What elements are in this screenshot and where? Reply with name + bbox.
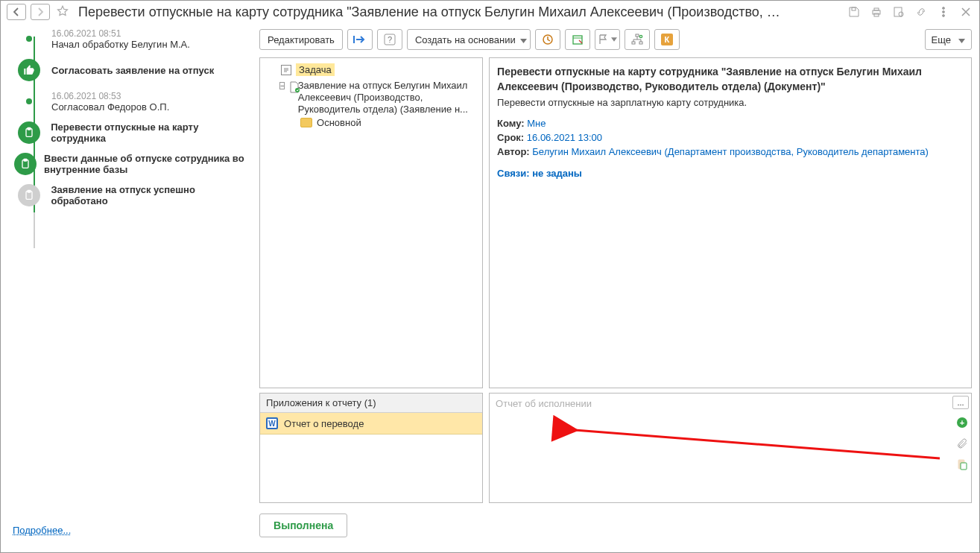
timeline-step: Согласовать заявление на отпуск: [14, 57, 252, 83]
svg-rect-25: [961, 463, 967, 470]
report-options-button[interactable]: ...: [952, 396, 969, 409]
close-icon[interactable]: [960, 6, 972, 18]
tree-root[interactable]: Задача: [263, 61, 479, 78]
deadline-value[interactable]: 16.06.2021 13:00: [527, 132, 602, 143]
tree-root-label: Задача: [296, 63, 335, 76]
attachments-header: Приложения к отчету (1): [260, 394, 482, 413]
to-label: Кому:: [497, 118, 525, 129]
detail-title: Перевести отпускные на карту сотрудника …: [497, 64, 964, 95]
print-icon[interactable]: [870, 6, 882, 18]
timeline-timestamp: 16.06.2021 08:51: [51, 28, 190, 39]
flag-button[interactable]: [595, 29, 620, 50]
timeline-step: 16.06.2021 08:53Согласовал Федоров О.П.: [14, 89, 252, 114]
report-pane[interactable]: Отчет об исполнении ... +: [489, 393, 972, 503]
svg-point-5: [899, 12, 903, 16]
process-timeline: 16.06.2021 08:51Начал обработку Белугин …: [8, 26, 252, 214]
page-title: Перевести отпускные на карту сотрудника …: [75, 4, 844, 20]
timeline-step: 16.06.2021 08:51Начал обработку Белугин …: [14, 26, 252, 51]
preview-icon[interactable]: [893, 6, 905, 18]
timeline-step-label: Согласовать заявление на отпуск: [51, 65, 214, 76]
forward-button[interactable]: [347, 29, 373, 50]
svg-text:?: ?: [388, 35, 392, 44]
tree-item-document[interactable]: − Заявление на отпуск Белугин Михаил Але…: [263, 80, 479, 116]
clipboard-icon: [18, 184, 40, 206]
tree-pane: Задача − Заявление на отпуск Белугин Мих…: [259, 57, 483, 388]
tree-subfolder-label: Основной: [317, 117, 361, 128]
timeline-step: Ввести данные об отпуске сотрудника во в…: [14, 151, 252, 177]
add-attachment-icon[interactable]: +: [955, 416, 969, 429]
link-icon[interactable]: [915, 6, 927, 18]
paste-icon[interactable]: [955, 458, 969, 471]
more-link[interactable]: Подробнее...: [8, 520, 252, 537]
help-button[interactable]: ?: [377, 29, 402, 50]
detail-pane: Перевести отпускные на карту сотрудника …: [489, 57, 972, 388]
expand-toggle[interactable]: −: [279, 82, 285, 89]
calendar-button[interactable]: [565, 29, 590, 50]
timeline-step-label: Заявление на отпуск успешно обработано: [51, 184, 252, 206]
timeline-step: Перевести отпускные на карту сотрудника: [14, 120, 252, 145]
svg-rect-21: [639, 42, 642, 44]
timeline-timestamp: 16.06.2021 08:53: [51, 91, 169, 101]
clock-button[interactable]: [535, 29, 560, 50]
svg-point-6: [943, 7, 945, 10]
hierarchy-button[interactable]: [625, 29, 650, 50]
task-icon: [281, 65, 291, 75]
to-value[interactable]: Мне: [527, 118, 546, 129]
tree-subfolder[interactable]: Основной: [263, 117, 479, 128]
attachment-item[interactable]: W Отчет о переводе: [260, 413, 482, 434]
svg-point-7: [943, 11, 945, 13]
report-placeholder: Отчет об исполнении: [490, 394, 971, 414]
author-value[interactable]: Белугин Михаил Алексеевич (Департамент п…: [532, 146, 929, 157]
done-button[interactable]: Выполнена: [259, 514, 347, 537]
word-doc-icon: W: [266, 417, 278, 429]
create-based-label: Создать на основании: [415, 34, 516, 45]
svg-point-23: [295, 88, 300, 92]
svg-rect-20: [632, 42, 635, 44]
svg-rect-12: [24, 159, 27, 161]
relations-link[interactable]: Связи: не заданы: [497, 168, 582, 179]
clipboard-icon: [18, 121, 40, 144]
folder-icon: [300, 118, 312, 127]
svg-point-8: [943, 15, 945, 17]
favorite-star-icon[interactable]: [54, 4, 71, 20]
attachment-label: Отчет о переводе: [284, 418, 364, 429]
timeline-step-label: Ввести данные об отпуске сотрудника во в…: [44, 153, 252, 175]
save-icon[interactable]: [848, 6, 860, 18]
timeline-step-label: Начал обработку Белугин М.А.: [51, 39, 190, 50]
nav-forward-button[interactable]: [31, 4, 50, 20]
svg-rect-10: [28, 127, 31, 130]
author-label: Автор:: [497, 146, 530, 157]
svg-rect-19: [636, 34, 639, 37]
svg-rect-0: [852, 7, 856, 10]
thumbs-up-icon: [18, 59, 40, 81]
more-button[interactable]: Еще: [925, 29, 972, 50]
timeline-step: Заявление на отпуск успешно обработано: [14, 183, 252, 208]
nav-back-button[interactable]: [7, 4, 26, 20]
detail-description: Перевести отпускные на зарплатную карту …: [497, 96, 964, 110]
paperclip-icon[interactable]: [955, 437, 969, 450]
k-button[interactable]: К: [654, 29, 680, 50]
more-actions-icon[interactable]: [938, 6, 949, 18]
timeline-step-label: Перевести отпускные на карту сотрудника: [51, 121, 252, 144]
toolbar: Редактировать ? Создать на основании: [259, 26, 972, 53]
edit-button[interactable]: Редактировать: [259, 29, 343, 50]
clipboard-icon: [14, 153, 37, 175]
svg-rect-2: [874, 8, 879, 10]
deadline-label: Срок:: [497, 132, 524, 143]
tree-item-label: Заявление на отпуск Белугин Михаил Алекс…: [298, 80, 479, 116]
svg-rect-18: [573, 36, 582, 44]
document-icon: [289, 81, 293, 93]
svg-rect-14: [28, 190, 31, 192]
attachments-pane: Приложения к отчету (1) W Отчет о перево…: [259, 393, 483, 503]
create-based-on-button[interactable]: Создать на основании: [407, 29, 531, 50]
timeline-step-label: Согласовал Федоров О.П.: [51, 101, 169, 113]
